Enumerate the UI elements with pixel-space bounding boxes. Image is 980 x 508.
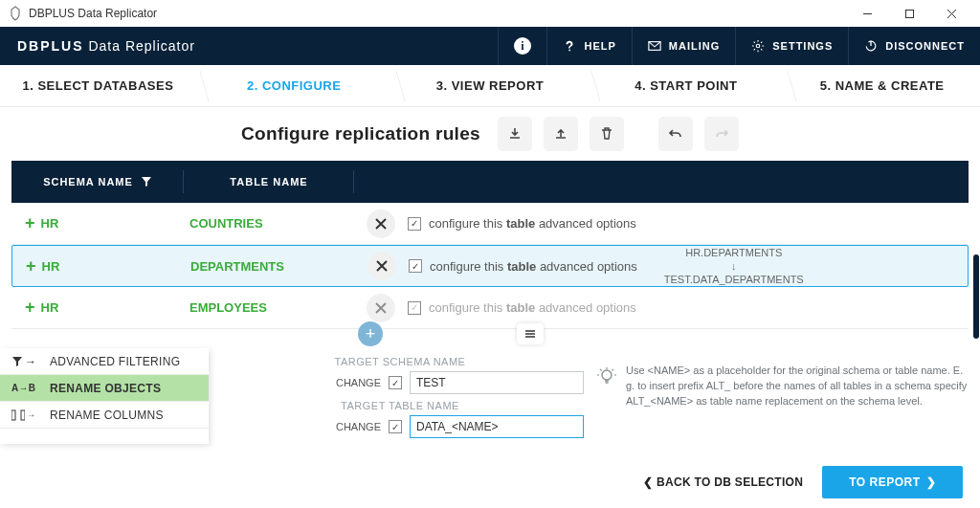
tab-advanced-filtering[interactable]: → ADVANCED FILTERING xyxy=(0,348,209,375)
window-minimize-button[interactable] xyxy=(846,0,888,27)
tip-text: Use <NAME> as a placeholder for the orig… xyxy=(626,364,969,444)
plus-icon: + xyxy=(26,256,36,276)
advanced-options-label: configure this table advanced options xyxy=(429,300,636,315)
schema-cell: HR xyxy=(41,216,59,231)
page-title: Configure replication rules xyxy=(241,123,480,144)
download-button[interactable] xyxy=(498,117,532,151)
chevron-right-icon: ❯ xyxy=(926,475,937,489)
advanced-options-label: configure this table advanced options xyxy=(430,259,637,274)
th-table[interactable]: TABLE NAME xyxy=(184,161,354,203)
advanced-options-checkbox[interactable]: ✓ xyxy=(408,217,421,231)
next-button[interactable]: TO REPORT❯ xyxy=(822,466,963,498)
settings-button[interactable]: SETTINGS xyxy=(735,27,848,65)
gear-icon xyxy=(751,39,765,53)
columns-icon: → xyxy=(11,409,40,421)
mail-icon xyxy=(648,39,661,53)
redo-icon xyxy=(714,126,729,142)
tip: Use <NAME> as a placeholder for the orig… xyxy=(591,348,980,444)
table-row[interactable]: +HR EMPLOYEES ✓ configure this table adv… xyxy=(11,287,969,329)
table-row[interactable]: +HR COUNTRIES ✓ configure this table adv… xyxy=(11,203,969,245)
x-icon xyxy=(375,218,387,230)
advanced-options-checkbox[interactable]: ✓ xyxy=(408,301,421,315)
brand: DBPLUS Data Replicator xyxy=(0,38,212,54)
hamburger-icon xyxy=(523,329,537,339)
schema-cell: HR xyxy=(41,300,59,315)
help-icon xyxy=(563,39,576,53)
add-row-area: + xyxy=(11,329,969,346)
step-3[interactable]: 3. VIEW REPORT xyxy=(392,65,589,106)
undo-button[interactable] xyxy=(658,117,693,151)
svg-rect-5 xyxy=(21,410,25,420)
svg-point-2 xyxy=(757,44,761,48)
target-schema-label: TARGET SCHEMA NAME xyxy=(209,356,591,367)
plus-icon: + xyxy=(366,324,376,344)
page-bar: Configure replication rules xyxy=(0,107,980,161)
step-5[interactable]: 5. NAME & CREATE xyxy=(784,65,980,106)
disconnect-button[interactable]: DISCONNECT xyxy=(848,27,980,65)
download-icon xyxy=(507,126,523,142)
step-2[interactable]: 2. CONFIGURE xyxy=(196,65,392,106)
table-cell: DEPARTMENTS xyxy=(185,259,355,274)
change-table-checkbox[interactable]: ✓ xyxy=(389,420,402,433)
advanced-options-label: configure this table advanced options xyxy=(429,216,636,231)
mailing-label: MAILING xyxy=(669,40,720,52)
window-title: DBPLUS Data Replicator xyxy=(29,7,846,20)
tab-rename-columns[interactable]: → RENAME COLUMNS xyxy=(0,402,209,429)
window-maximize-button[interactable] xyxy=(888,0,930,27)
settings-label: SETTINGS xyxy=(772,40,833,52)
redo-button[interactable] xyxy=(704,117,739,151)
remove-row-button[interactable] xyxy=(368,252,396,280)
tab-rename-objects[interactable]: A→B RENAME OBJECTS xyxy=(0,375,209,402)
target-schema-input[interactable] xyxy=(410,371,584,394)
x-icon xyxy=(376,260,388,272)
brand-rest: Data Replicator xyxy=(84,38,195,54)
scrollbar-thumb[interactable] xyxy=(973,254,979,339)
wizard-steps: 1. SELECT DATABASES 2. CONFIGURE 3. VIEW… xyxy=(0,65,980,107)
svg-point-6 xyxy=(602,370,612,380)
th-schema[interactable]: SCHEMA NAME xyxy=(11,161,184,203)
x-icon xyxy=(375,302,387,314)
svg-rect-0 xyxy=(905,10,913,17)
change-schema-checkbox[interactable]: ✓ xyxy=(389,376,402,389)
change-table-label: CHANGE xyxy=(336,421,381,432)
power-icon xyxy=(864,39,878,53)
panel-toggle-button[interactable] xyxy=(517,323,544,344)
app-header: DBPLUS Data Replicator i HELP MAILING SE… xyxy=(0,27,980,65)
step-1[interactable]: 1. SELECT DATABASES xyxy=(0,65,196,106)
remove-row-button[interactable] xyxy=(367,294,395,322)
add-row-button[interactable]: + xyxy=(358,321,383,346)
app-logo-icon xyxy=(8,6,23,21)
delete-button[interactable] xyxy=(590,117,624,151)
lightbulb-icon xyxy=(597,367,616,387)
table-row[interactable]: +HR DEPARTMENTS ✓ configure this table a… xyxy=(11,245,969,287)
info-button[interactable]: i xyxy=(498,27,546,65)
target-table-label: TARGET TABLE NAME xyxy=(209,400,591,411)
trash-icon xyxy=(599,126,614,142)
bottom-panel: → ADVANCED FILTERING A→B RENAME OBJECTS … xyxy=(0,348,980,444)
upload-icon xyxy=(553,126,568,142)
disconnect-label: DISCONNECT xyxy=(885,40,965,52)
help-button[interactable]: HELP xyxy=(546,27,631,65)
plus-icon: + xyxy=(25,298,35,318)
back-button[interactable]: ❮ BACK TO DB SELECTION xyxy=(643,475,803,489)
table-cell: EMPLOYEES xyxy=(184,300,354,315)
plus-icon: + xyxy=(25,213,35,233)
svg-rect-4 xyxy=(11,410,15,420)
undo-icon xyxy=(668,126,683,142)
target-table-input[interactable] xyxy=(410,415,584,438)
schema-cell: HR xyxy=(42,259,60,274)
remove-row-button[interactable] xyxy=(367,210,395,238)
side-tabs: → ADVANCED FILTERING A→B RENAME OBJECTS … xyxy=(0,348,209,444)
filter-arrow-icon: → xyxy=(11,355,40,368)
mailing-button[interactable]: MAILING xyxy=(632,27,735,65)
brand-bold: DBPLUS xyxy=(17,38,84,54)
change-schema-label: CHANGE xyxy=(336,377,381,388)
rename-icon: A→B xyxy=(11,383,40,393)
upload-button[interactable] xyxy=(544,117,578,151)
step-4[interactable]: 4. START POINT xyxy=(588,65,784,106)
titlebar: DBPLUS Data Replicator xyxy=(0,0,980,27)
mapping-preview: HR.DEPARTMENTS ↓ TEST.DATA_DEPARTMENTS xyxy=(664,246,804,287)
footer: ❮ BACK TO DB SELECTION TO REPORT❯ xyxy=(643,466,963,498)
advanced-options-checkbox[interactable]: ✓ xyxy=(409,259,422,273)
window-close-button[interactable] xyxy=(930,0,972,27)
